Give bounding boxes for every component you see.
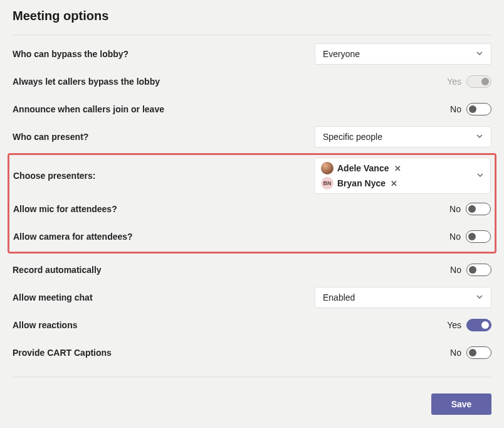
close-icon[interactable]: ✕	[394, 164, 401, 173]
allow-camera-toggle[interactable]	[466, 230, 491, 243]
allow-chat-value: Enabled	[323, 292, 355, 302]
divider	[13, 35, 491, 35]
announce-toggle[interactable]	[466, 103, 491, 115]
allow-chat-label: Allow meeting chat	[13, 292, 93, 302]
who-present-select[interactable]: Specific people	[315, 126, 491, 147]
bypass-lobby-value: Everyone	[323, 49, 360, 59]
bypass-lobby-select[interactable]: Everyone	[315, 43, 491, 65]
allow-reactions-value: Yes	[447, 320, 461, 330]
callers-bypass-toggle	[466, 75, 491, 88]
allow-reactions-toggle[interactable]	[466, 319, 491, 331]
allow-camera-label: Allow camera for attendees?	[13, 232, 133, 242]
allow-mic-value: No	[449, 204, 461, 214]
bypass-lobby-label: Who can bypass the lobby?	[13, 49, 129, 59]
save-button[interactable]: Save	[431, 393, 491, 415]
presenter-name: Adele Vance	[337, 163, 389, 173]
chevron-down-icon	[476, 50, 483, 59]
cart-captions-value: No	[450, 348, 461, 358]
page-title: Meeting options	[13, 9, 491, 23]
record-auto-value: No	[450, 265, 461, 275]
announce-label: Announce when callers join or leave	[13, 104, 164, 114]
allow-reactions-label: Allow reactions	[13, 320, 77, 330]
chevron-down-icon	[476, 170, 484, 181]
presenter-chip: Adele Vance✕	[321, 162, 401, 174]
cart-captions-toggle[interactable]	[466, 346, 491, 359]
allow-mic-label: Allow mic for attendees?	[13, 204, 117, 214]
presenter-name: Bryan Nyce	[337, 178, 386, 188]
avatar	[321, 162, 333, 174]
who-present-label: Who can present?	[13, 132, 88, 142]
highlight-box: Choose presenters: Adele Vance✕BNBryan N…	[8, 153, 496, 254]
allow-chat-select[interactable]: Enabled	[315, 287, 491, 308]
announce-value: No	[450, 104, 461, 114]
who-present-value: Specific people	[323, 132, 382, 142]
callers-bypass-label: Always let callers bypass the lobby	[13, 77, 160, 87]
chevron-down-icon	[476, 132, 483, 142]
callers-bypass-value: Yes	[447, 77, 461, 87]
choose-presenters-select[interactable]: Adele Vance✕BNBryan Nyce✕	[314, 158, 491, 194]
allow-mic-toggle[interactable]	[466, 203, 491, 215]
presenter-chip: BNBryan Nyce✕	[321, 177, 401, 190]
record-auto-toggle[interactable]	[466, 264, 491, 276]
allow-camera-value: No	[449, 232, 461, 242]
cart-captions-label: Provide CART Captions	[13, 348, 112, 358]
close-icon[interactable]: ✕	[391, 179, 397, 188]
record-auto-label: Record automatically	[13, 265, 102, 275]
choose-presenters-label: Choose presenters:	[13, 171, 95, 181]
chevron-down-icon	[476, 293, 483, 302]
avatar: BN	[321, 177, 333, 190]
